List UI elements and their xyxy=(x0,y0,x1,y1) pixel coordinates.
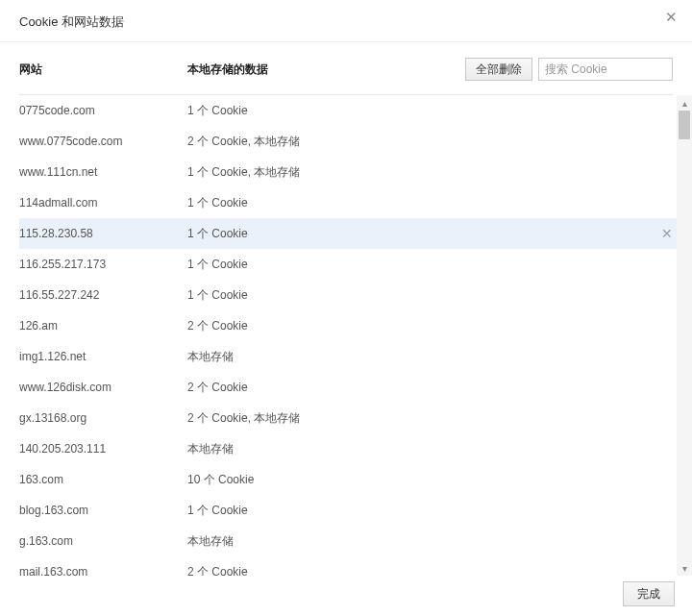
table-row[interactable]: 126.am2 个 Cookie✕ xyxy=(19,310,688,341)
site-cell: img1.126.net xyxy=(19,350,187,363)
data-cell: 10 个 Cookie xyxy=(187,472,688,488)
data-cell: 2 个 Cookie xyxy=(187,564,688,577)
table-row[interactable]: 115.28.230.581 个 Cookie✕ xyxy=(19,218,688,249)
table-row[interactable]: 0775code.com1 个 Cookie✕ xyxy=(19,95,688,126)
data-cell: 本地存储 xyxy=(187,349,688,365)
table-row[interactable]: 163.com10 个 Cookie✕ xyxy=(19,464,688,495)
data-cell: 1 个 Cookie xyxy=(187,226,688,242)
scrollbar-up-icon[interactable]: ▴ xyxy=(677,95,692,111)
table-row[interactable]: www.126disk.com2 个 Cookie✕ xyxy=(19,372,688,403)
site-cell: 126.am xyxy=(19,319,187,333)
data-cell: 2 个 Cookie, 本地存储 xyxy=(187,410,688,427)
delete-all-button[interactable]: 全部删除 xyxy=(465,58,532,81)
table-row[interactable]: www.111cn.net1 个 Cookie, 本地存储✕ xyxy=(19,157,688,187)
data-cell: 1 个 Cookie xyxy=(187,287,688,304)
data-cell: 1 个 Cookie, 本地存储 xyxy=(187,164,688,181)
site-cell: 116.55.227.242 xyxy=(19,288,187,302)
data-cell: 1 个 Cookie xyxy=(187,257,688,273)
column-header-data: 本地存储的数据 xyxy=(187,62,465,78)
scrollbar-down-icon[interactable]: ▾ xyxy=(677,560,692,576)
done-button[interactable]: 完成 xyxy=(623,581,675,606)
table-row[interactable]: gx.13168.org2 个 Cookie, 本地存储✕ xyxy=(19,403,688,433)
scrollbar-thumb[interactable] xyxy=(679,111,690,139)
close-icon[interactable]: ✕ xyxy=(659,6,682,29)
site-cell: www.111cn.net xyxy=(19,165,187,179)
site-cell: www.126disk.com xyxy=(19,381,187,394)
table-row[interactable]: g.163.com本地存储✕ xyxy=(19,526,688,556)
data-cell: 1 个 Cookie xyxy=(187,195,688,211)
dialog-footer: 完成 xyxy=(623,581,675,606)
search-input[interactable] xyxy=(538,58,673,81)
site-list-wrapper: 0775code.com1 个 Cookie✕www.0775code.com2… xyxy=(19,95,692,576)
cookies-dialog: Cookie 和网站数据 ✕ 网站 本地存储的数据 全部删除 0775code.… xyxy=(0,0,692,616)
site-list[interactable]: 0775code.com1 个 Cookie✕www.0775code.com2… xyxy=(19,95,688,576)
site-cell: www.0775code.com xyxy=(19,135,187,148)
table-row[interactable]: 116.55.227.2421 个 Cookie✕ xyxy=(19,280,688,310)
table-row[interactable]: mail.163.com2 个 Cookie✕ xyxy=(19,556,688,576)
remove-row-icon[interactable]: ✕ xyxy=(659,226,675,241)
data-cell: 本地存储 xyxy=(187,441,688,457)
dialog-header: Cookie 和网站数据 ✕ xyxy=(0,0,692,42)
data-cell: 2 个 Cookie xyxy=(187,380,688,396)
data-cell: 1 个 Cookie xyxy=(187,103,688,119)
table-row[interactable]: img1.126.net本地存储✕ xyxy=(19,341,688,372)
site-cell: gx.13168.org xyxy=(19,411,187,425)
site-cell: g.163.com xyxy=(19,534,187,548)
column-header-site: 网站 xyxy=(19,62,187,78)
toolbar: 网站 本地存储的数据 全部删除 xyxy=(0,42,692,88)
data-cell: 2 个 Cookie xyxy=(187,318,688,334)
data-cell: 2 个 Cookie, 本地存储 xyxy=(187,134,688,150)
data-cell: 本地存储 xyxy=(187,533,688,550)
dialog-title: Cookie 和网站数据 xyxy=(19,13,673,31)
site-cell: 163.com xyxy=(19,473,187,486)
table-row[interactable]: 140.205.203.111本地存储✕ xyxy=(19,433,688,464)
data-cell: 1 个 Cookie xyxy=(187,503,688,519)
table-row[interactable]: blog.163.com1 个 Cookie✕ xyxy=(19,495,688,526)
site-cell: 114admall.com xyxy=(19,196,187,209)
site-cell: 116.255.217.173 xyxy=(19,258,187,271)
table-row[interactable]: 114admall.com1 个 Cookie✕ xyxy=(19,187,688,218)
scrollbar[interactable]: ▴ ▾ xyxy=(677,95,692,576)
site-cell: blog.163.com xyxy=(19,504,187,517)
scrollbar-track[interactable] xyxy=(677,111,692,560)
site-cell: 115.28.230.58 xyxy=(19,227,187,240)
table-row[interactable]: www.0775code.com2 个 Cookie, 本地存储✕ xyxy=(19,126,688,157)
site-cell: mail.163.com xyxy=(19,565,187,576)
site-cell: 140.205.203.111 xyxy=(19,442,187,456)
table-row[interactable]: 116.255.217.1731 个 Cookie✕ xyxy=(19,249,688,280)
site-cell: 0775code.com xyxy=(19,104,187,117)
